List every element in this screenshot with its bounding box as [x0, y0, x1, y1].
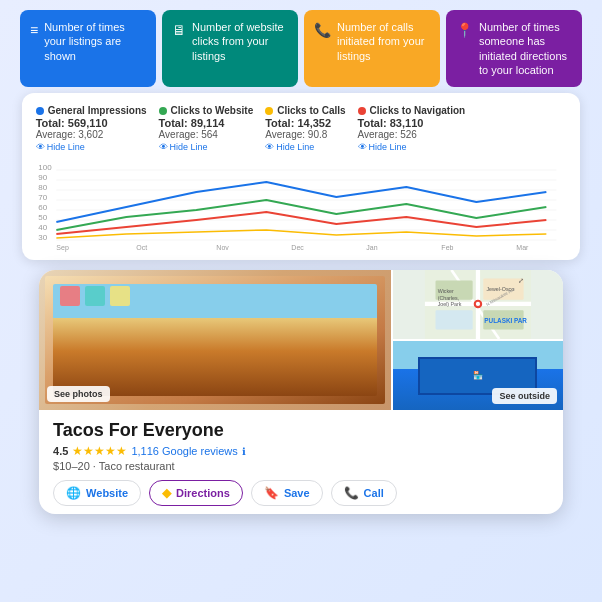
info-icon: ℹ: [242, 446, 246, 457]
photo-building: 🏪 See outside: [393, 341, 563, 410]
chart-metrics: General Impressions Total: 569,110 Avera…: [36, 105, 567, 152]
see-outside-btn[interactable]: See outside: [492, 388, 557, 404]
business-photos: See photos: [39, 270, 563, 410]
svg-text:Feb: Feb: [441, 244, 453, 251]
calls-total: Total: 14,352: [265, 117, 345, 129]
main-container: ≡ Number of times your listings are show…: [0, 0, 602, 602]
metric-calls: Clicks to Calls Total: 14,352 Average: 9…: [265, 105, 345, 152]
svg-point-37: [476, 302, 480, 306]
website-label: Clicks to Website: [171, 105, 254, 116]
website-total: Total: 89,114: [159, 117, 254, 129]
metric-website: Clicks to Website Total: 89,114 Average:…: [159, 105, 254, 152]
navigation-hide-btn[interactable]: 👁Hide Line: [358, 142, 466, 152]
impressions-avg: Average: 3,602: [36, 129, 147, 140]
directions-action-btn[interactable]: ◆ Directions: [149, 480, 243, 506]
svg-text:80: 80: [38, 183, 47, 192]
svg-text:Joel) Park: Joel) Park: [438, 301, 462, 307]
svg-text:PULASKI PAR: PULASKI PAR: [484, 317, 527, 324]
svg-rect-29: [435, 311, 472, 330]
info-card-directions-text: Number of times someone has initiated di…: [479, 20, 572, 77]
info-card-impressions-text: Number of times your listings are shown: [44, 20, 146, 63]
website-action-btn[interactable]: 🌐 Website: [53, 480, 141, 506]
info-card-website-text: Number of website clicks from your listi…: [192, 20, 288, 63]
info-cards-row: ≡ Number of times your listings are show…: [10, 10, 592, 87]
phone-icon: 📞: [314, 21, 331, 39]
chart-panel: General Impressions Total: 569,110 Avera…: [22, 93, 581, 260]
website-action-label: Website: [86, 487, 128, 499]
calls-avg: Average: 90.8: [265, 129, 345, 140]
business-actions: 🌐 Website ◆ Directions 🔖 Save 📞 Call: [53, 480, 549, 506]
pin-icon: 📍: [456, 21, 473, 39]
impressions-label: General Impressions: [48, 105, 147, 116]
list-icon: ≡: [30, 21, 38, 39]
directions-action-icon: ◆: [162, 486, 171, 500]
photo-side: Wicker (Charles, Joel) Park Jewel-Osco P…: [393, 270, 563, 410]
see-photos-btn[interactable]: See photos: [47, 386, 110, 402]
svg-text:Oct: Oct: [136, 244, 147, 251]
svg-text:(Charles,: (Charles,: [438, 295, 460, 301]
navigation-label: Clicks to Navigation: [370, 105, 466, 116]
business-info: Tacos For Everyone 4.5 ★★★★★ 1,116 Googl…: [39, 410, 563, 514]
monitor-icon: 🖥: [172, 21, 186, 39]
photo-main: See photos: [39, 270, 391, 410]
call-action-btn[interactable]: 📞 Call: [331, 480, 397, 506]
website-dot: [159, 107, 167, 115]
impressions-total: Total: 569,110: [36, 117, 147, 129]
svg-text:Wicker: Wicker: [438, 289, 454, 295]
website-hide-btn[interactable]: 👁Hide Line: [159, 142, 254, 152]
chart-svg: 100 90 80 70 60 50 40 30: [36, 162, 567, 252]
call-action-icon: 📞: [344, 486, 359, 500]
svg-text:100: 100: [38, 163, 52, 172]
navigation-avg: Average: 526: [358, 129, 466, 140]
svg-text:⤢: ⤢: [518, 276, 524, 285]
info-card-impressions: ≡ Number of times your listings are show…: [20, 10, 156, 87]
metric-navigation: Clicks to Navigation Total: 83,110 Avera…: [358, 105, 466, 152]
navigation-total: Total: 83,110: [358, 117, 466, 129]
business-rating: 4.5 ★★★★★ 1,116 Google reviews ℹ: [53, 444, 549, 458]
website-avg: Average: 564: [159, 129, 254, 140]
svg-text:90: 90: [38, 173, 47, 182]
website-action-icon: 🌐: [66, 486, 81, 500]
business-category: $10–20 · Taco restaurant: [53, 460, 549, 472]
chart-area: 100 90 80 70 60 50 40 30: [36, 162, 567, 252]
business-card: See photos: [39, 270, 563, 514]
svg-text:Sep: Sep: [56, 244, 69, 252]
svg-text:30: 30: [38, 233, 47, 242]
review-count: 1,116 Google reviews: [131, 445, 237, 457]
info-card-website: 🖥 Number of website clicks from your lis…: [162, 10, 298, 87]
calls-label: Clicks to Calls: [277, 105, 345, 116]
save-action-label: Save: [284, 487, 310, 499]
svg-text:Jan: Jan: [366, 244, 377, 251]
info-card-calls-text: Number of calls initiated from your list…: [337, 20, 430, 63]
metric-impressions: General Impressions Total: 569,110 Avera…: [36, 105, 147, 152]
svg-text:50: 50: [38, 213, 47, 222]
impressions-hide-btn[interactable]: 👁Hide Line: [36, 142, 147, 152]
navigation-dot: [358, 107, 366, 115]
info-card-calls: 📞 Number of calls initiated from your li…: [304, 10, 440, 87]
svg-text:60: 60: [38, 203, 47, 212]
svg-text:Nov: Nov: [216, 244, 229, 251]
svg-text:40: 40: [38, 223, 47, 232]
save-action-btn[interactable]: 🔖 Save: [251, 480, 323, 506]
impressions-dot: [36, 107, 44, 115]
directions-action-label: Directions: [176, 487, 230, 499]
call-action-label: Call: [364, 487, 384, 499]
svg-text:Mar: Mar: [516, 244, 529, 251]
photo-map: Wicker (Charles, Joel) Park Jewel-Osco P…: [393, 270, 563, 339]
svg-text:Dec: Dec: [291, 244, 304, 251]
business-name: Tacos For Everyone: [53, 420, 549, 441]
rating-stars: ★★★★★: [72, 444, 127, 458]
svg-text:70: 70: [38, 193, 47, 202]
rating-number: 4.5: [53, 445, 68, 457]
info-card-directions: 📍 Number of times someone has initiated …: [446, 10, 582, 87]
calls-hide-btn[interactable]: 👁Hide Line: [265, 142, 345, 152]
calls-dot: [265, 107, 273, 115]
save-action-icon: 🔖: [264, 486, 279, 500]
